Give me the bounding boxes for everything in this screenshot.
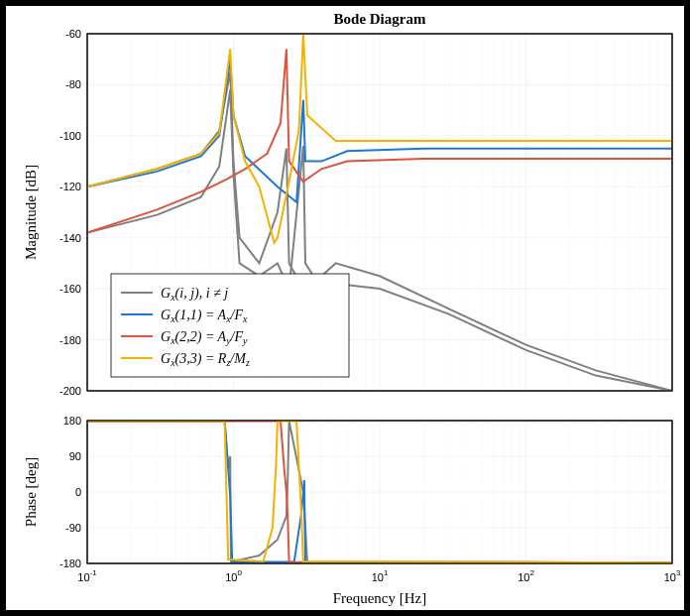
svg-text:-80: -80 bbox=[65, 78, 81, 90]
svg-text:-100: -100 bbox=[59, 130, 81, 142]
svg-text:102: 102 bbox=[518, 568, 534, 583]
g33-mag bbox=[87, 34, 672, 243]
svg-text:10-1: 10-1 bbox=[77, 568, 97, 583]
svg-text:-180: -180 bbox=[59, 557, 81, 569]
xlabel: Frequency [Hz] bbox=[333, 590, 427, 606]
svg-text:Phase [deg]: Phase [deg] bbox=[23, 457, 39, 527]
svg-text:100: 100 bbox=[225, 568, 242, 583]
svg-text:-120: -120 bbox=[59, 181, 81, 192]
svg-text:103: 103 bbox=[664, 568, 681, 583]
chart-title: Bode Diagram bbox=[334, 11, 426, 27]
svg-text:-200: -200 bbox=[59, 385, 81, 397]
svg-text:-90: -90 bbox=[65, 522, 81, 534]
svg-text:-140: -140 bbox=[59, 232, 81, 244]
svg-text:0: 0 bbox=[75, 486, 81, 498]
svg-text:-60: -60 bbox=[65, 28, 81, 40]
svg-text:180: 180 bbox=[63, 415, 81, 427]
svg-text:-160: -160 bbox=[59, 283, 81, 295]
svg-text:Magnitude [dB]: Magnitude [dB] bbox=[23, 165, 39, 260]
svg-text:101: 101 bbox=[372, 568, 389, 583]
svg-text:-180: -180 bbox=[59, 334, 81, 346]
legend: Gx(i, j), i ≠ jGx(1,1) = Ax/FxGx(2,2) = … bbox=[111, 274, 349, 377]
svg-text:90: 90 bbox=[69, 450, 81, 462]
